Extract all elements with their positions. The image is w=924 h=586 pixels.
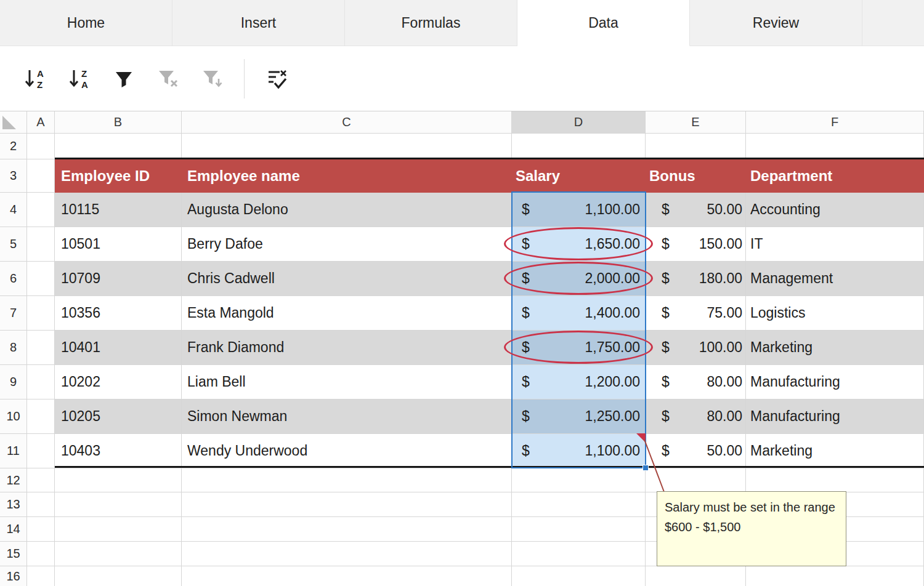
- cell[interactable]: [27, 134, 55, 159]
- cell-department[interactable]: Accounting: [746, 193, 924, 227]
- cell[interactable]: [55, 542, 182, 566]
- cell[interactable]: [646, 134, 746, 159]
- tab-home[interactable]: Home: [0, 0, 172, 46]
- tab-formulas[interactable]: Formulas: [345, 0, 517, 46]
- cell-bonus[interactable]: $80.00: [646, 365, 746, 399]
- cell[interactable]: [512, 134, 646, 159]
- cell-department[interactable]: Management: [746, 262, 924, 296]
- cell[interactable]: [182, 492, 512, 517]
- row-header[interactable]: 16: [0, 566, 27, 586]
- row-header[interactable]: 6: [0, 262, 27, 296]
- sort-descending-button[interactable]: Z A: [60, 60, 99, 98]
- cell[interactable]: [512, 542, 646, 566]
- cell-employee-name[interactable]: Chris Cadwell: [182, 262, 512, 296]
- cell-employee-name[interactable]: Liam Bell: [182, 365, 512, 399]
- cell[interactable]: [27, 468, 55, 492]
- cell-employee-name[interactable]: Wendy Underwood: [182, 434, 512, 468]
- cell-bonus[interactable]: $50.00: [646, 434, 746, 468]
- cell[interactable]: [27, 517, 55, 542]
- cell[interactable]: [512, 468, 646, 492]
- cell[interactable]: [27, 159, 55, 193]
- column-header-d[interactable]: D: [512, 111, 646, 134]
- row-header[interactable]: 11: [0, 434, 27, 468]
- cell-department[interactable]: IT: [746, 227, 924, 262]
- cell[interactable]: [182, 542, 512, 566]
- cell[interactable]: [182, 468, 512, 492]
- cell-bonus[interactable]: $100.00: [646, 331, 746, 365]
- cell-bonus[interactable]: $80.00: [646, 399, 746, 434]
- header-cell-salary[interactable]: Salary: [512, 159, 646, 193]
- cell-salary[interactable]: $2,000.00: [512, 262, 646, 296]
- tab-insert[interactable]: Insert: [172, 0, 345, 46]
- cell-employee-name[interactable]: Esta Mangold: [182, 296, 512, 331]
- cell-department[interactable]: Manufacturing: [746, 399, 924, 434]
- filter-button[interactable]: [105, 60, 143, 98]
- column-header-e[interactable]: E: [646, 111, 746, 134]
- row-header[interactable]: 7: [0, 296, 27, 331]
- cell-employee-id[interactable]: 10401: [55, 331, 182, 365]
- tab-data[interactable]: Data: [517, 0, 690, 46]
- cell-salary[interactable]: $1,100.00: [512, 193, 646, 227]
- cell[interactable]: [27, 542, 55, 566]
- cell[interactable]: [55, 468, 182, 492]
- cell-employee-id[interactable]: 10202: [55, 365, 182, 399]
- cell[interactable]: [27, 492, 55, 517]
- cell-employee-id[interactable]: 10356: [55, 296, 182, 331]
- cell-employee-id[interactable]: 10115: [55, 193, 182, 227]
- cell-employee-id[interactable]: 10709: [55, 262, 182, 296]
- cell[interactable]: [55, 517, 182, 542]
- row-header[interactable]: 14: [0, 517, 27, 542]
- cell-salary[interactable]: $1,250.00: [512, 399, 646, 434]
- clear-filter-button[interactable]: [149, 60, 187, 98]
- cell-employee-name[interactable]: Frank Diamond: [182, 331, 512, 365]
- row-header[interactable]: 8: [0, 331, 27, 365]
- cell-employee-id[interactable]: 10501: [55, 227, 182, 262]
- cell[interactable]: [55, 566, 182, 586]
- cell[interactable]: [55, 134, 182, 159]
- header-cell-employee-name[interactable]: Employee name: [182, 159, 512, 193]
- row-header[interactable]: 2: [0, 134, 27, 159]
- cell[interactable]: [27, 566, 55, 586]
- cell[interactable]: [27, 365, 55, 399]
- row-header[interactable]: 10: [0, 399, 27, 434]
- cell-salary[interactable]: $1,750.00: [512, 331, 646, 365]
- cell[interactable]: [646, 566, 746, 586]
- select-all-corner[interactable]: [0, 111, 27, 134]
- cell[interactable]: [55, 492, 182, 517]
- row-header[interactable]: 13: [0, 492, 27, 517]
- cell-employee-name[interactable]: Augusta Delono: [182, 193, 512, 227]
- cell[interactable]: [512, 566, 646, 586]
- data-validation-button[interactable]: [258, 60, 296, 98]
- cell-department[interactable]: Logistics: [746, 296, 924, 331]
- cell-salary[interactable]: $1,650.00: [512, 227, 646, 262]
- cell[interactable]: [27, 296, 55, 331]
- column-header-b[interactable]: B: [55, 111, 182, 134]
- cell-salary[interactable]: $1,400.00: [512, 296, 646, 331]
- selection-fill-handle[interactable]: [642, 465, 649, 471]
- cell-salary[interactable]: $1,200.00: [512, 365, 646, 399]
- row-header[interactable]: 5: [0, 227, 27, 262]
- cell-department[interactable]: Marketing: [746, 434, 924, 468]
- cell[interactable]: [27, 434, 55, 468]
- cell[interactable]: [27, 262, 55, 296]
- cell-employee-id[interactable]: 10403: [55, 434, 182, 468]
- column-header-f[interactable]: F: [746, 111, 924, 134]
- reapply-filter-button[interactable]: [193, 60, 232, 98]
- cell[interactable]: [27, 193, 55, 227]
- cell-salary[interactable]: $1,100.00: [512, 434, 646, 468]
- cell[interactable]: [746, 134, 924, 159]
- header-cell-employee-id[interactable]: Employee ID: [55, 159, 182, 193]
- header-cell-department[interactable]: Department: [746, 159, 924, 193]
- cell-employee-name[interactable]: Berry Dafoe: [182, 227, 512, 262]
- cell-bonus[interactable]: $50.00: [646, 193, 746, 227]
- cell-employee-name[interactable]: Simon Newman: [182, 399, 512, 434]
- row-header[interactable]: 9: [0, 365, 27, 399]
- row-header[interactable]: 4: [0, 193, 27, 227]
- cell-bonus[interactable]: $150.00: [646, 227, 746, 262]
- cell[interactable]: [27, 399, 55, 434]
- cell[interactable]: [182, 134, 512, 159]
- header-cell-bonus[interactable]: Bonus: [646, 159, 746, 193]
- cell[interactable]: [182, 566, 512, 586]
- cell[interactable]: [27, 331, 55, 365]
- cell[interactable]: [746, 468, 924, 492]
